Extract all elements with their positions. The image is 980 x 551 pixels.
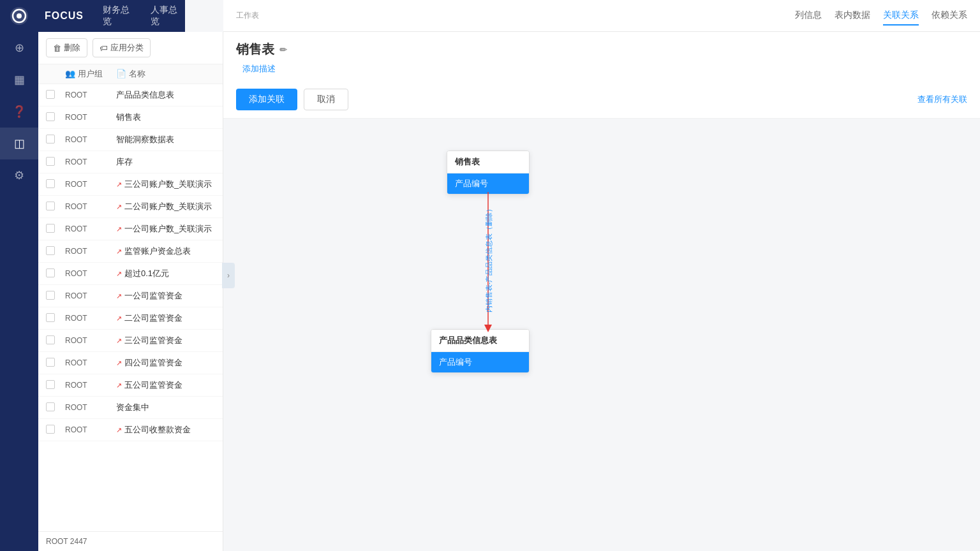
header-group: 👥 用户组 [65,68,116,80]
view-all-relations-button[interactable]: 查看所有关联 [917,94,967,105]
page-title: 销售表 [236,41,274,58]
help-icon[interactable]: ❓ [0,96,38,128]
header-name: 📄 名称 [116,68,215,80]
target-node-title: 产品品类信息表 [431,330,529,352]
item-group: ROOT [65,158,116,166]
item-group: ROOT [65,291,116,300]
item-checkbox[interactable] [46,425,65,436]
item-name: 智能洞察数据表 [116,134,215,145]
tab-relations[interactable]: 关联关系 [883,6,919,26]
item-name: ↗ 二公司监管资金 [116,312,215,324]
content-header: 工作表 列信息 表内数据 关联关系 依赖关系 [223,0,980,32]
data-icon[interactable]: ◫ [0,128,38,159]
add-description-link[interactable]: 添加描述 [242,64,276,73]
item-checkbox[interactable] [46,179,65,190]
user-group-icon: 👥 [65,69,75,78]
search-icon[interactable]: ⊕ [0,32,38,64]
tab-data[interactable]: 表内数据 [835,6,870,26]
item-checkbox[interactable] [46,202,65,212]
link-icon: ↗ [116,314,122,323]
item-checkbox[interactable] [46,90,65,101]
content-body: 销售表 ✏ 添加描述 添加关联 取消 查看所有关联 销售表 产品编号 [223,32,980,551]
list-item[interactable]: ROOT ↗ 五公司监管资金 [38,374,223,397]
list-item[interactable]: ROOT 销售表 [38,107,223,129]
item-name: ↗ 三公司账户数_关联演示 [116,179,215,190]
list-item[interactable]: ROOT ↗ 三公司监管资金 [38,330,223,352]
list-item[interactable]: ROOT 库存 [38,151,223,173]
item-checkbox[interactable] [46,335,65,346]
list-item[interactable]: ROOT ↗ 三公司账户数_关联演示 [38,173,223,196]
list-item[interactable]: ROOT ↗ 一公司监管资金 [38,285,223,307]
page-title-row: 销售表 ✏ [236,41,967,58]
nav-hr[interactable]: 人事总览 [151,1,179,31]
list-item[interactable]: ROOT 资金集中 [38,397,223,419]
item-group: ROOT [65,113,116,122]
app-logo[interactable] [0,0,38,32]
source-node-field: 产品编号 [447,173,529,194]
list-item[interactable]: ROOT 智能洞察数据表 [38,129,223,151]
list-item[interactable]: ROOT ↗ 超过0.1亿元 [38,263,223,285]
relation-label: 内销售表-产品品类信息表（删除） [485,205,493,313]
item-name: ↗ 五公司收整款资金 [116,424,215,436]
diagram-canvas: 销售表 产品编号 产品品类信息表 产品编号 内销售表-产品品类信息表（删除） [236,131,967,418]
settings-icon[interactable]: ⚙ [0,159,38,191]
list-item[interactable]: ROOT ↗ 一公司账户数_关联演示 [38,218,223,240]
item-checkbox[interactable] [46,224,65,235]
list-item[interactable]: ROOT ↗ 监管账户资金总表 [38,240,223,263]
list-item[interactable]: ROOT ↗ 五公司收整款资金 [38,419,223,441]
classify-button[interactable]: 🏷 应用分类 [93,38,151,57]
item-name: 销售表 [116,112,215,123]
link-icon: ↗ [116,203,122,211]
nav-finance[interactable]: 财务总览 [103,1,131,31]
item-name: ↗ 超过0.1亿元 [116,268,215,279]
list-item[interactable]: ROOT ↗ 二公司账户数_关联演示 [38,196,223,218]
item-checkbox[interactable] [46,268,65,279]
tab-dependencies[interactable]: 依赖关系 [932,6,967,26]
collapse-toggle[interactable]: › [222,263,235,288]
link-icon: ↗ [116,359,122,367]
tag-icon: 🏷 [100,43,108,53]
item-name: ↗ 四公司监管资金 [116,357,215,369]
item-name: ↗ 三公司监管资金 [116,335,215,346]
source-node-title: 销售表 [447,151,529,173]
link-icon: ↗ [116,180,122,189]
content-actions: 添加关联 取消 查看所有关联 [223,81,980,119]
list-item[interactable]: ROOT 产品品类信息表 [38,84,223,107]
add-relation-button[interactable]: 添加关联 [236,89,297,110]
dashboard-icon[interactable]: ▦ [0,64,38,96]
trash-icon: 🗑 [53,43,61,53]
item-group: ROOT [65,91,116,99]
item-checkbox[interactable] [46,157,65,168]
top-nav: FOCUS 财务总览 人事总览 [38,0,185,32]
relation-connector: 内销售表-产品品类信息表（删除） [236,131,967,418]
item-group: ROOT [65,381,116,390]
title-section: 销售表 ✏ 添加描述 [223,32,980,81]
cancel-button[interactable]: 取消 [304,89,348,110]
tab-columns[interactable]: 列信息 [795,6,822,26]
item-checkbox[interactable] [46,313,65,324]
item-group: ROOT [65,135,116,144]
item-group: ROOT [65,314,116,323]
breadcrumb: 工作表 [236,10,259,21]
delete-button[interactable]: 🗑 删除 [46,38,87,57]
item-checkbox[interactable] [46,402,65,413]
link-icon: ↗ [116,292,122,300]
item-checkbox[interactable] [46,246,65,257]
item-checkbox[interactable] [46,358,65,369]
item-checkbox[interactable] [46,135,65,145]
svg-point-2 [17,13,22,18]
list-item[interactable]: ROOT ↗ 四公司监管资金 [38,352,223,374]
item-checkbox[interactable] [46,112,65,123]
item-name: 库存 [116,156,215,168]
item-checkbox[interactable] [46,291,65,302]
item-group: ROOT [65,202,116,211]
list-item[interactable]: ROOT ↗ 二公司监管资金 [38,307,223,330]
link-icon: ↗ [116,426,122,434]
diagram-area: 销售表 产品编号 产品品类信息表 产品编号 内销售表-产品品类信息表（删除） [223,119,980,551]
sidebar: ⊕ ▦ ❓ ◫ ⚙ [0,0,38,551]
link-icon: ↗ [116,225,122,233]
footer-info: ROOT 2447 [38,531,223,551]
item-checkbox[interactable] [46,380,65,391]
action-left: 添加关联 取消 [236,89,348,110]
edit-icon[interactable]: ✏ [279,45,287,55]
